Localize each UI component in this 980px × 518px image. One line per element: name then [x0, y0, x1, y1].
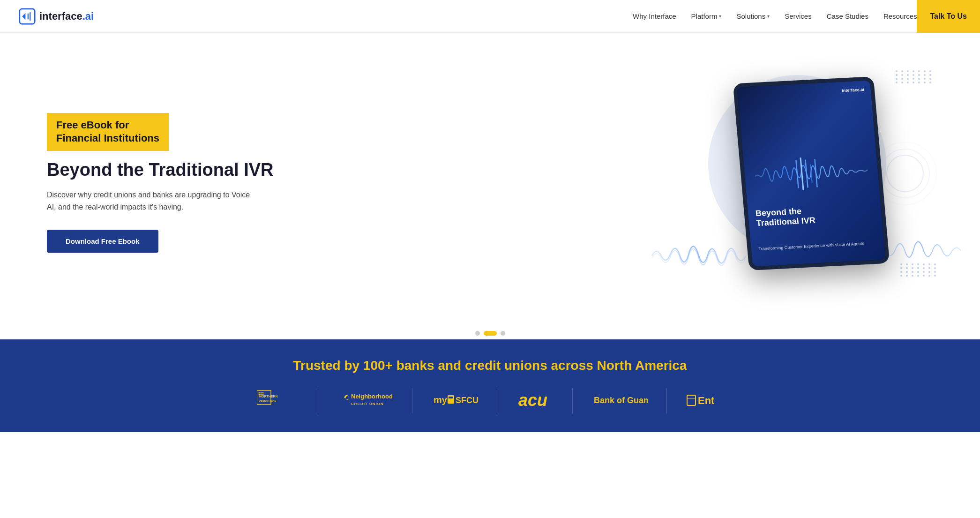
- navbar: interface.ai Why Interface Platform ▾ So…: [0, 0, 980, 33]
- svg-rect-18: [448, 395, 454, 404]
- wave-decoration-left: [652, 237, 746, 277]
- tablet-mockup-container: interface.ai: [680, 80, 943, 267]
- nav-resources[interactable]: Resources ▾: [883, 12, 921, 20]
- tablet-screen: interface.ai: [737, 80, 885, 266]
- neighborhood-credit-union-logo: Neighborhood CREDIT UNION: [337, 388, 393, 413]
- hero-content: Free eBook for Financial Institutions Be…: [47, 113, 274, 253]
- svg-line-5: [815, 159, 817, 188]
- hero-section: Free eBook for Financial Institutions Be…: [0, 33, 980, 323]
- partner-neighborhood: Neighborhood CREDIT UNION: [318, 388, 412, 413]
- acu-logo: acu: [516, 388, 554, 413]
- svg-rect-19: [449, 397, 453, 398]
- trusted-title: Trusted by 100+ banks and credit unions …: [28, 358, 952, 373]
- partner-ent: Ent: [667, 388, 742, 413]
- nav-services[interactable]: Services: [785, 12, 812, 20]
- mysfcu-logo: my SFCU: [431, 388, 478, 413]
- ent-logo: Ent: [686, 388, 723, 413]
- svg-text:CREDIT UNION: CREDIT UNION: [351, 402, 384, 406]
- hero-description: Discover why credit unions and banks are…: [47, 189, 253, 213]
- hero-title: Beyond the Traditional IVR: [47, 159, 274, 181]
- tablet-logo: interface.ai: [842, 87, 864, 93]
- tablet-mockup: interface.ai: [736, 80, 886, 267]
- svg-text:CREDIT UNION: CREDIT UNION: [259, 400, 277, 403]
- tablet-book-subtitle: Transforming Customer Experience with Vo…: [758, 240, 877, 252]
- svg-text:acu: acu: [518, 390, 547, 410]
- svg-point-13: [261, 394, 262, 396]
- svg-text:my: my: [434, 395, 448, 405]
- svg-point-11: [262, 392, 264, 394]
- nav-case-studies[interactable]: Case Studies: [827, 12, 868, 20]
- svg-line-3: [805, 160, 808, 188]
- download-ebook-button[interactable]: Download Free Ebook: [47, 230, 158, 253]
- nav-solutions[interactable]: Solutions ▾: [736, 12, 770, 20]
- trusted-section: Trusted by 100+ banks and credit unions …: [0, 339, 980, 432]
- logo[interactable]: interface.ai: [19, 8, 94, 25]
- svg-point-9: [259, 392, 260, 394]
- svg-text:Ent: Ent: [698, 395, 715, 406]
- svg-point-10: [261, 392, 262, 394]
- tablet-frame: interface.ai: [733, 76, 890, 270]
- svg-text:NORTHERN: NORTHERN: [259, 395, 278, 398]
- tablet-book-title: Beyond the Traditional IVR: [755, 203, 875, 229]
- nav-links: Why Interface Platform ▾ Solutions ▾ Ser…: [633, 12, 961, 21]
- hero-visual: interface.ai: [680, 61, 943, 305]
- tablet-sound-wave: [754, 152, 869, 195]
- svg-text:Bank of Guam: Bank of Guam: [594, 396, 648, 405]
- partner-northern: NORTHERN CREDIT UNION: [238, 388, 318, 413]
- partner-bank-of-guam: Bank of Guam: [573, 388, 667, 413]
- svg-point-12: [259, 394, 260, 396]
- solutions-dropdown-icon: ▾: [767, 14, 770, 19]
- bank-of-guam-logo: Bank of Guam: [591, 388, 648, 413]
- svg-point-14: [262, 394, 264, 396]
- ebook-badge: Free eBook for Financial Institutions: [47, 113, 169, 151]
- slide-dot-2[interactable]: [484, 331, 497, 336]
- wave-decoration-right: [877, 233, 961, 272]
- partner-logo-bar: NORTHERN CREDIT UNION Neighborhood CREDI…: [28, 388, 952, 413]
- nav-why-interface[interactable]: Why Interface: [633, 12, 676, 20]
- logo-text: interface.ai: [39, 10, 94, 23]
- slide-indicators: [0, 323, 980, 339]
- partner-acu: acu: [497, 388, 573, 413]
- talk-to-us-button[interactable]: Talk To Us: [917, 0, 980, 33]
- slide-dot-3[interactable]: [501, 331, 505, 336]
- partner-mysfcu: my SFCU: [412, 388, 497, 413]
- logo-icon: [19, 8, 36, 25]
- svg-line-1: [796, 160, 798, 188]
- nav-platform[interactable]: Platform ▾: [691, 12, 722, 20]
- platform-dropdown-icon: ▾: [719, 14, 721, 19]
- svg-text:SFCU: SFCU: [456, 396, 478, 405]
- svg-rect-0: [20, 8, 35, 23]
- slide-dot-1[interactable]: [475, 331, 480, 336]
- svg-rect-23: [687, 395, 696, 405]
- northern-credit-union-logo: NORTHERN CREDIT UNION: [257, 388, 299, 413]
- svg-text:Neighborhood: Neighborhood: [351, 393, 393, 400]
